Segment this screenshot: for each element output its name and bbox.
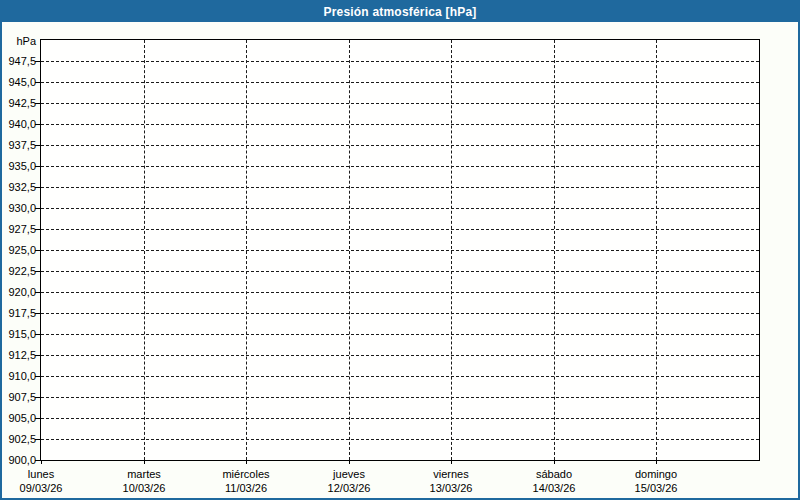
y-axis-tick-label: 917,5 bbox=[2, 307, 36, 320]
pressure-chart-window: Presión atmosférica [hPa] hPa 947,5945,0… bbox=[0, 0, 800, 500]
x-axis-tick bbox=[656, 460, 657, 464]
x-axis-tick bbox=[41, 460, 42, 464]
x-axis-day-label: jueves bbox=[333, 468, 365, 481]
x-axis-tick bbox=[349, 460, 350, 464]
y-axis-tick-label: 942,5 bbox=[2, 97, 36, 110]
chart-area: hPa 947,5945,0942,5940,0937,5935,0932,59… bbox=[2, 22, 798, 498]
x-axis-tick bbox=[451, 460, 452, 464]
y-axis-tick-label: 930,0 bbox=[2, 202, 36, 215]
x-gridline bbox=[349, 40, 350, 460]
y-axis-tick-label: 925,0 bbox=[2, 244, 36, 257]
x-gridline bbox=[144, 40, 145, 460]
y-gridline bbox=[41, 145, 759, 146]
x-axis-tick bbox=[246, 460, 247, 464]
x-axis-day-label: domingo bbox=[635, 468, 677, 481]
x-gridline bbox=[246, 40, 247, 460]
x-axis-tick bbox=[144, 460, 145, 464]
y-axis-tick-label: 907,5 bbox=[2, 391, 36, 404]
y-gridline bbox=[41, 208, 759, 209]
y-gridline bbox=[41, 187, 759, 188]
y-gridline bbox=[41, 439, 759, 440]
y-axis-tick-label: 937,5 bbox=[2, 139, 36, 152]
x-axis-tick bbox=[554, 460, 555, 464]
y-gridline bbox=[41, 250, 759, 251]
x-gridline bbox=[451, 40, 452, 460]
y-gridline bbox=[41, 124, 759, 125]
x-axis-date-label: 14/03/26 bbox=[533, 482, 576, 495]
x-gridline bbox=[554, 40, 555, 460]
y-axis-tick-label: 912,5 bbox=[2, 349, 36, 362]
y-gridline bbox=[41, 271, 759, 272]
y-axis-tick-label: 910,0 bbox=[2, 370, 36, 383]
y-axis-tick-label: 940,0 bbox=[2, 118, 36, 131]
y-gridline bbox=[41, 397, 759, 398]
y-axis-tick-label: 947,5 bbox=[2, 55, 36, 68]
y-gridline bbox=[41, 103, 759, 104]
x-axis-day-label: miércoles bbox=[222, 468, 269, 481]
x-axis-date-label: 11/03/26 bbox=[225, 482, 267, 495]
x-axis-date-label: 12/03/26 bbox=[328, 482, 371, 495]
chart-title: Presión atmosférica [hPa] bbox=[2, 2, 798, 22]
y-gridline bbox=[41, 292, 759, 293]
x-axis-date-label: 13/03/26 bbox=[430, 482, 473, 495]
y-gridline bbox=[41, 82, 759, 83]
y-axis-tick-label: 945,0 bbox=[2, 76, 36, 89]
y-gridline bbox=[41, 334, 759, 335]
y-axis-unit-label: hPa bbox=[2, 35, 36, 48]
x-axis-day-label: viernes bbox=[433, 468, 468, 481]
y-gridline bbox=[41, 355, 759, 356]
y-axis-tick-label: 922,5 bbox=[2, 265, 36, 278]
x-axis-date-label: 09/03/26 bbox=[20, 482, 63, 495]
y-gridline bbox=[41, 61, 759, 62]
plot-area bbox=[40, 39, 760, 461]
y-gridline bbox=[41, 376, 759, 377]
x-axis-day-label: sábado bbox=[536, 468, 572, 481]
x-axis-day-label: martes bbox=[127, 468, 161, 481]
y-axis-tick-label: 927,5 bbox=[2, 223, 36, 236]
y-gridline bbox=[41, 418, 759, 419]
y-gridline bbox=[41, 166, 759, 167]
x-gridline bbox=[656, 40, 657, 460]
y-axis-tick-label: 905,0 bbox=[2, 412, 36, 425]
y-axis-tick-label: 932,5 bbox=[2, 181, 36, 194]
x-axis-date-label: 10/03/26 bbox=[123, 482, 166, 495]
x-axis-date-label: 15/03/26 bbox=[635, 482, 678, 495]
y-gridline bbox=[41, 229, 759, 230]
y-axis-tick-label: 902,5 bbox=[2, 433, 36, 446]
y-axis-tick-label: 920,0 bbox=[2, 286, 36, 299]
y-axis-tick-label: 915,0 bbox=[2, 328, 36, 341]
y-axis-tick-label: 900,0 bbox=[2, 454, 36, 467]
y-gridline bbox=[41, 313, 759, 314]
y-axis-tick-label: 935,0 bbox=[2, 160, 36, 173]
x-axis-day-label: lunes bbox=[28, 468, 54, 481]
